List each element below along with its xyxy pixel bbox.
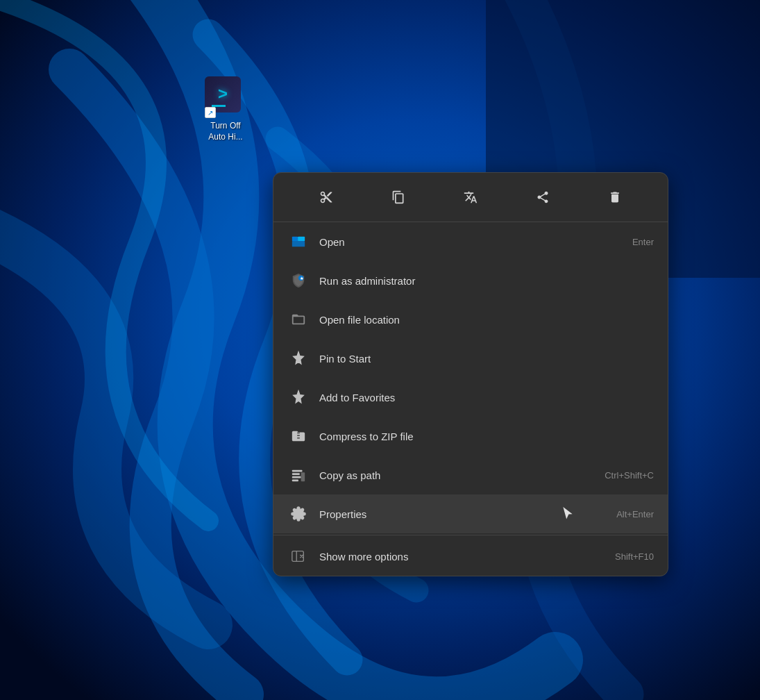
- menu-item-open-file-location[interactable]: Open file location: [273, 300, 668, 339]
- rename-button[interactable]: [456, 183, 485, 212]
- svg-rect-12: [292, 476, 301, 478]
- run-as-admin-icon: ★: [287, 269, 310, 292]
- pin-to-start-label: Pin to Start: [319, 353, 626, 365]
- compress-zip-icon: [287, 425, 310, 447]
- open-file-location-label: Open file location: [319, 314, 626, 326]
- desktop: Turn Off Auto Hi...: [0, 0, 760, 700]
- svg-rect-7: [297, 433, 300, 434]
- menu-item-properties[interactable]: Properties Alt+Enter: [273, 494, 668, 533]
- menu-item-show-more-options[interactable]: Show more options Shift+F10: [273, 537, 668, 576]
- copy-icon: [391, 190, 405, 204]
- show-more-options-icon: [287, 545, 310, 567]
- cut-button[interactable]: [312, 183, 341, 212]
- open-icon: [287, 231, 310, 253]
- add-to-favorites-label: Add to Favorites: [319, 392, 626, 403]
- open-label: Open: [319, 236, 605, 248]
- svg-rect-3: [292, 241, 305, 247]
- cursor-indicator: [561, 507, 575, 521]
- delete-icon: [608, 190, 622, 204]
- icon-image: [205, 76, 246, 118]
- context-menu: Open Enter ★ Run as administrator: [273, 172, 668, 576]
- open-file-location-icon: [287, 308, 310, 331]
- copy-button[interactable]: [384, 183, 413, 212]
- delete-button[interactable]: [600, 183, 630, 212]
- svg-rect-14: [301, 472, 305, 481]
- add-to-favorites-icon: [287, 386, 310, 408]
- menu-toolbar: [273, 173, 668, 222]
- menu-item-compress-zip[interactable]: Compress to ZIP file: [273, 417, 668, 456]
- svg-rect-8: [297, 435, 300, 436]
- svg-rect-9: [297, 438, 300, 439]
- run-as-admin-label: Run as administrator: [319, 275, 626, 287]
- icon-label: Turn Off Auto Hi...: [208, 121, 242, 142]
- properties-icon: [287, 503, 310, 525]
- properties-shortcut: Alt+Enter: [616, 509, 654, 519]
- menu-item-add-to-favorites[interactable]: Add to Favorites: [273, 378, 668, 417]
- share-icon: [536, 190, 550, 204]
- icon-shortcut-arrow: [205, 107, 216, 118]
- desktop-icon[interactable]: Turn Off Auto Hi...: [194, 76, 257, 142]
- cut-icon: [319, 190, 333, 204]
- open-shortcut: Enter: [632, 237, 654, 247]
- properties-label: Properties: [319, 508, 440, 520]
- menu-item-open[interactable]: Open Enter: [273, 222, 668, 261]
- copy-as-path-label: Copy as path: [319, 469, 577, 481]
- svg-rect-4: [298, 237, 305, 241]
- svg-rect-13: [292, 479, 298, 481]
- menu-item-run-as-admin[interactable]: ★ Run as administrator: [273, 261, 668, 300]
- menu-item-copy-as-path[interactable]: Copy as path Ctrl+Shift+C: [273, 456, 668, 494]
- svg-rect-2: [292, 237, 298, 241]
- copy-as-path-shortcut: Ctrl+Shift+C: [605, 470, 654, 481]
- menu-item-pin-to-start[interactable]: Pin to Start: [273, 339, 668, 378]
- show-more-options-shortcut: Shift+F10: [615, 551, 654, 562]
- menu-separator: [273, 535, 668, 535]
- pin-to-start-icon: [287, 347, 310, 369]
- copy-as-path-icon: [287, 464, 310, 486]
- svg-rect-10: [292, 470, 303, 472]
- compress-zip-label: Compress to ZIP file: [319, 431, 626, 442]
- show-more-options-label: Show more options: [319, 551, 587, 562]
- share-button[interactable]: [528, 183, 557, 212]
- svg-rect-11: [292, 473, 300, 475]
- rename-icon: [464, 190, 478, 204]
